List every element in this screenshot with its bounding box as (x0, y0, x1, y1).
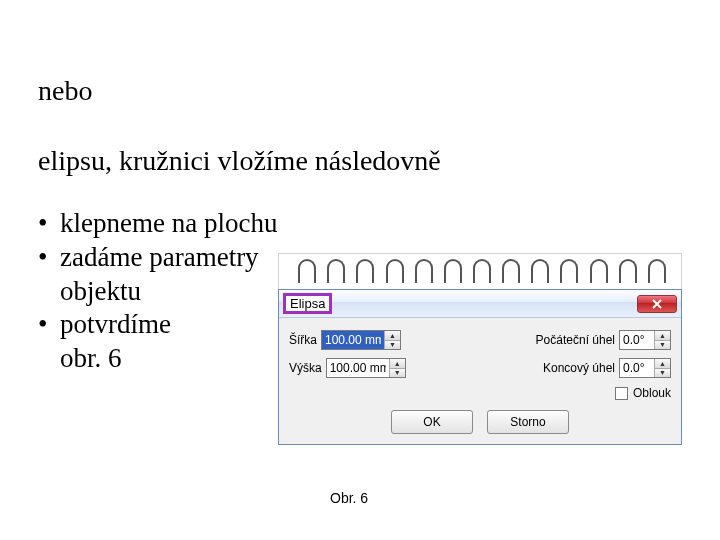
spin-down-icon[interactable]: ▼ (655, 341, 670, 350)
width-field[interactable]: ▲ ▼ (321, 330, 401, 350)
dialog-title: Elipsa (283, 293, 332, 314)
spin-up-icon[interactable]: ▲ (655, 331, 670, 341)
end-angle-label: Koncový úhel (543, 361, 615, 375)
width-label: Šířka (289, 333, 317, 347)
dialog-elipsa: Elipsa Šířka ▲ ▼ (278, 253, 682, 445)
dialog-titlebar[interactable]: Elipsa (279, 290, 681, 318)
bullet-icon: • (38, 207, 60, 241)
bullet-3: potvrdíme (60, 308, 171, 342)
spin-down-icon[interactable]: ▼ (655, 369, 670, 378)
start-angle-spinner[interactable]: ▲ ▼ (654, 331, 670, 349)
width-spinner[interactable]: ▲ ▼ (384, 331, 400, 349)
figure-caption: Obr. 6 (330, 490, 368, 506)
text-intro: elipsu, kružnici vložíme následovně (38, 145, 682, 177)
spin-up-icon[interactable]: ▲ (390, 359, 405, 369)
spin-up-icon[interactable]: ▲ (385, 331, 400, 341)
ok-button[interactable]: OK (391, 410, 473, 434)
spin-down-icon[interactable]: ▼ (390, 369, 405, 378)
bullet-1: klepneme na plochu (60, 207, 277, 241)
end-angle-spinner[interactable]: ▲ ▼ (654, 359, 670, 377)
width-input[interactable] (322, 331, 384, 349)
start-angle-input[interactable] (620, 331, 654, 349)
close-icon (652, 299, 662, 309)
notebook-binding (278, 253, 682, 289)
height-field[interactable]: ▲ ▼ (326, 358, 406, 378)
cancel-button[interactable]: Storno (487, 410, 569, 434)
bullet-2: zadáme parametry (60, 241, 259, 275)
spin-down-icon[interactable]: ▼ (385, 341, 400, 350)
bullet-icon: • (38, 241, 60, 275)
close-button[interactable] (637, 295, 677, 313)
end-angle-field[interactable]: ▲ ▼ (619, 358, 671, 378)
end-angle-input[interactable] (620, 359, 654, 377)
spin-up-icon[interactable]: ▲ (655, 359, 670, 369)
arc-label: Oblouk (633, 386, 671, 400)
bullet-icon: • (38, 308, 60, 342)
height-spinner[interactable]: ▲ ▼ (389, 359, 405, 377)
text-nebo: nebo (38, 75, 682, 107)
start-angle-field[interactable]: ▲ ▼ (619, 330, 671, 350)
start-angle-label: Počáteční úhel (536, 333, 615, 347)
arc-checkbox[interactable] (615, 387, 628, 400)
height-label: Výška (289, 361, 322, 375)
height-input[interactable] (327, 359, 389, 377)
